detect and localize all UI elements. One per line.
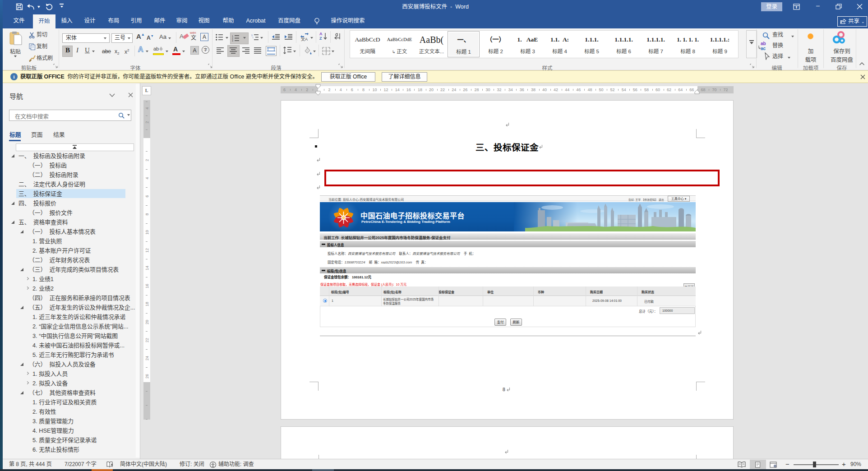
svg-text:3: 3 (232, 39, 233, 42)
svg-text:i: i (253, 36, 253, 39)
svg-text:文A: 文A (301, 37, 308, 41)
